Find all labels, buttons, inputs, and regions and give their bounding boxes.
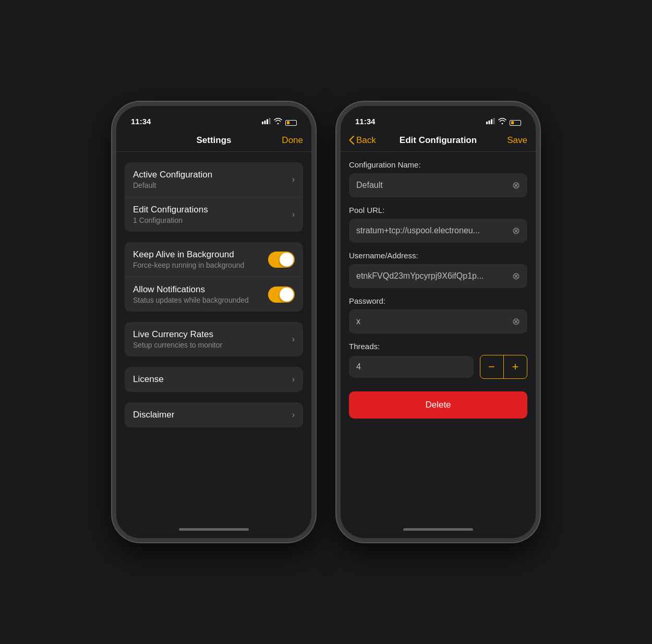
license-row[interactable]: License ›: [125, 367, 303, 392]
pool-url-label: Pool URL:: [349, 206, 527, 214]
config-name-field[interactable]: ⊗: [349, 173, 527, 197]
currency-rates-row[interactable]: Live Currency Rates Setup currencies to …: [125, 322, 303, 356]
home-indicator-1: [116, 520, 311, 538]
config-name-label: Configuration Name:: [349, 160, 527, 169]
active-config-row[interactable]: Active Configuration Default ›: [125, 162, 303, 197]
edit-config-content: Configuration Name: ⊗ Pool URL: ⊗ Userna…: [341, 152, 536, 520]
save-button[interactable]: Save: [507, 135, 527, 146]
currency-subtitle: Setup currencies to monitor: [133, 341, 288, 349]
keep-alive-row: Keep Alive in Background Force-keep runn…: [125, 242, 303, 277]
back-label: Back: [356, 135, 376, 146]
username-label: Username/Address:: [349, 251, 527, 260]
edit-config-nav-title: Edit Configuration: [400, 135, 477, 146]
nav-bar-settings: Settings Done: [116, 129, 311, 152]
phone-edit-config: 11:34: [336, 102, 540, 542]
keep-alive-content: Keep Alive in Background Force-keep runn…: [133, 249, 268, 269]
section-rows-2: Keep Alive in Background Force-keep runn…: [125, 242, 303, 312]
done-button[interactable]: Done: [282, 135, 303, 146]
config-name-input[interactable]: [356, 181, 508, 190]
settings-section-1: Active Configuration Default › Edit Conf…: [116, 162, 311, 232]
active-config-subtitle: Default: [133, 181, 288, 189]
svg-rect-6: [491, 120, 492, 125]
allow-notif-title: Allow Notifications: [133, 284, 268, 295]
nav-bar-edit: Back Edit Configuration Save: [341, 129, 536, 152]
settings-section-5: Disclaimer ›: [116, 402, 311, 427]
username-field[interactable]: ⊗: [349, 264, 527, 288]
status-time-1: 11:34: [131, 117, 151, 126]
status-bar-2: 11:34: [341, 106, 536, 129]
svg-rect-7: [493, 118, 495, 124]
phone-settings: 11:34: [112, 102, 316, 542]
edit-config-title: Edit Configurations: [133, 205, 288, 215]
threads-row: − +: [349, 355, 527, 379]
svg-rect-3: [269, 118, 271, 124]
pool-url-field[interactable]: ⊗: [349, 219, 527, 243]
keep-alive-title: Keep Alive in Background: [133, 249, 268, 260]
chevron-left-icon: [349, 136, 354, 145]
disclaimer-row[interactable]: Disclaimer ›: [125, 402, 303, 427]
signal-icon-2: [486, 118, 495, 126]
section-rows-5: Disclaimer ›: [125, 402, 303, 427]
username-input[interactable]: [356, 271, 508, 281]
wifi-icon-2: [498, 118, 506, 126]
status-icons-2: [486, 118, 521, 126]
chevron-icon-disclaimer: ›: [292, 410, 295, 420]
status-bar-1: 11:34: [116, 106, 311, 129]
license-title: License: [133, 374, 288, 385]
stepper-control: − +: [480, 355, 528, 379]
svg-rect-4: [486, 122, 488, 124]
allow-notifications-row: Allow Notifications Status updates while…: [125, 277, 303, 312]
chevron-icon-license: ›: [292, 375, 295, 384]
license-content: License: [133, 374, 288, 385]
section-rows-3: Live Currency Rates Setup currencies to …: [125, 322, 303, 356]
status-time-2: 11:34: [355, 117, 375, 126]
keep-alive-knob: [280, 253, 294, 267]
battery-icon-2: [510, 118, 521, 126]
disclaimer-title: Disclaimer: [133, 410, 288, 420]
password-label: Password:: [349, 296, 527, 305]
edit-fields: Configuration Name: ⊗ Pool URL: ⊗ Userna…: [341, 152, 536, 427]
wifi-icon-1: [274, 118, 282, 126]
clear-password-btn[interactable]: ⊗: [512, 316, 520, 327]
edit-config-subtitle: 1 Configuration: [133, 216, 288, 224]
home-bar-1: [179, 528, 249, 531]
section-rows-1: Active Configuration Default › Edit Conf…: [125, 162, 303, 232]
home-indicator-2: [341, 520, 536, 538]
svg-rect-5: [489, 121, 490, 124]
password-field[interactable]: ⊗: [349, 309, 527, 333]
allow-notif-content: Allow Notifications Status updates while…: [133, 284, 268, 304]
disclaimer-content: Disclaimer: [133, 410, 288, 420]
status-icons-1: [262, 118, 297, 126]
settings-section-3: Live Currency Rates Setup currencies to …: [116, 322, 311, 356]
threads-input-wrapper[interactable]: [349, 356, 474, 378]
chevron-icon-active-config: ›: [292, 175, 295, 184]
pool-url-input[interactable]: [356, 226, 508, 235]
clear-username-btn[interactable]: ⊗: [512, 270, 520, 282]
edit-config-content: Edit Configurations 1 Configuration: [133, 205, 288, 224]
password-input[interactable]: [356, 317, 508, 326]
chevron-icon-edit-config: ›: [292, 210, 295, 219]
keep-alive-subtitle: Force-keep running in background: [133, 261, 268, 269]
delete-button[interactable]: Delete: [349, 391, 527, 419]
section-rows-4: License ›: [125, 367, 303, 392]
signal-icon-1: [262, 118, 271, 126]
keep-alive-toggle[interactable]: [268, 252, 295, 268]
clear-pool-url-btn[interactable]: ⊗: [512, 225, 520, 236]
active-config-title: Active Configuration: [133, 170, 288, 180]
currency-title: Live Currency Rates: [133, 329, 288, 340]
edit-configurations-row[interactable]: Edit Configurations 1 Configuration ›: [125, 197, 303, 232]
currency-content: Live Currency Rates Setup currencies to …: [133, 329, 288, 349]
increment-button[interactable]: +: [504, 355, 527, 378]
allow-notif-knob: [280, 288, 294, 302]
active-config-content: Active Configuration Default: [133, 170, 288, 189]
threads-label: Threads:: [349, 342, 527, 351]
settings-section-2: Keep Alive in Background Force-keep runn…: [116, 242, 311, 312]
threads-input[interactable]: [356, 362, 466, 372]
allow-notif-subtitle: Status updates while backgrounded: [133, 296, 268, 304]
allow-notif-toggle[interactable]: [268, 287, 295, 303]
clear-config-name-btn[interactable]: ⊗: [512, 180, 520, 191]
svg-rect-0: [262, 122, 263, 124]
back-button[interactable]: Back: [349, 135, 376, 146]
decrement-button[interactable]: −: [480, 355, 503, 378]
settings-list: Active Configuration Default › Edit Conf…: [116, 162, 311, 427]
